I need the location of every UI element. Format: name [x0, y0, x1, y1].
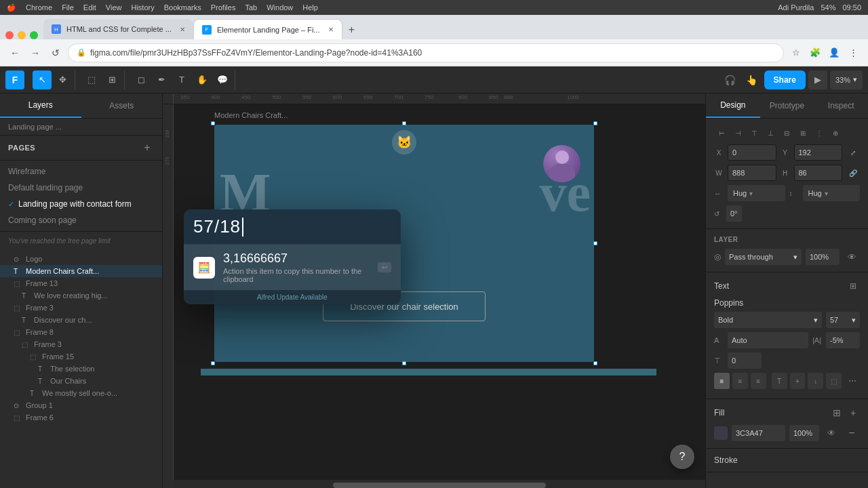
- alfred-action-btn[interactable]: ↩: [378, 262, 391, 272]
- handle-bottom-right[interactable]: [593, 361, 597, 365]
- constrain-icon[interactable]: 🔗: [846, 166, 860, 180]
- page-item-wireframe[interactable]: Wireframe: [0, 163, 162, 180]
- opacity-input[interactable]: 100%: [806, 249, 840, 265]
- layer-discover[interactable]: T Discover our ch...: [0, 314, 162, 326]
- resize-icon[interactable]: ⤢: [846, 146, 860, 159]
- constraint-v-select[interactable]: Hug ▾: [803, 185, 861, 201]
- align-right-icon[interactable]: ⊤: [747, 125, 762, 140]
- h-input[interactable]: 86: [794, 165, 843, 181]
- share-button[interactable]: Share: [764, 70, 806, 89]
- fill-add-btn[interactable]: +: [846, 406, 860, 420]
- scroll-thumb[interactable]: [333, 483, 546, 488]
- reload-button[interactable]: ↺: [47, 45, 64, 61]
- tab2-close[interactable]: ✕: [328, 26, 334, 33]
- menu-tab[interactable]: Tab: [245, 3, 257, 12]
- align-bottom-icon[interactable]: ⊞: [795, 125, 810, 140]
- tab-prototype[interactable]: Prototype: [760, 94, 814, 118]
- align-left-icon[interactable]: ⊢: [714, 125, 729, 140]
- fill-visibility-toggle[interactable]: 👁: [823, 425, 840, 441]
- menu-icon[interactable]: ⋮: [845, 45, 861, 61]
- align-center-h-icon[interactable]: ⊣: [730, 125, 745, 140]
- align-center-btn[interactable]: ≡: [732, 373, 748, 389]
- canvas-area[interactable]: Modern Chairs Craft... 🐱 M: [174, 104, 705, 480]
- layer-group1[interactable]: ⊙ Group 1: [0, 399, 162, 411]
- url-bar[interactable]: 🔒 figma.com/file/pmr3UHzHBp37SsFFoZ4VmY/…: [68, 43, 784, 62]
- menu-bookmarks[interactable]: Bookmarks: [164, 3, 201, 12]
- fill-grid-icon[interactable]: ⊞: [830, 406, 844, 420]
- align-top-icon[interactable]: ⊥: [763, 125, 778, 140]
- handle-top-left[interactable]: [211, 121, 215, 125]
- move-tool[interactable]: ✥: [53, 70, 72, 89]
- valign-top-btn[interactable]: T: [772, 373, 787, 389]
- maximize-button[interactable]: [30, 31, 38, 39]
- menu-window[interactable]: Window: [267, 3, 293, 12]
- more-text-options-btn[interactable]: ⋯: [844, 373, 860, 389]
- page-item-default[interactable]: Default landing page: [0, 180, 162, 196]
- layer-our-chairs[interactable]: T Our Chairs: [0, 375, 162, 387]
- horizontal-scrollbar[interactable]: [174, 480, 705, 488]
- indent-input[interactable]: 0: [728, 352, 762, 369]
- text-settings-button[interactable]: ⊞: [846, 279, 860, 293]
- menu-view[interactable]: View: [106, 3, 122, 12]
- align-right-btn[interactable]: ≡: [751, 373, 766, 389]
- layer-the-selection[interactable]: T The selection: [0, 363, 162, 375]
- hand-tool[interactable]: ✋: [193, 70, 212, 89]
- valign-mid-btn[interactable]: +: [790, 373, 806, 389]
- layer-frame15[interactable]: ⬚ Frame 15: [0, 350, 162, 363]
- line-height-input[interactable]: Auto: [728, 332, 808, 348]
- forward-button[interactable]: →: [27, 45, 43, 61]
- layer-we-mostly[interactable]: T We mostly sell one-o...: [0, 387, 162, 399]
- layer-modern-chairs[interactable]: T Modern Chairs Craft...: [0, 265, 162, 277]
- x-input[interactable]: 0: [728, 144, 776, 161]
- font-name-selector[interactable]: Poppins: [714, 298, 860, 308]
- visibility-toggle[interactable]: 👁: [844, 249, 860, 265]
- page-item-coming-soon[interactable]: Coming soon page: [0, 212, 162, 228]
- layer-frame13[interactable]: ⬚ Frame 13: [0, 277, 162, 289]
- frame-tool[interactable]: ⬚: [82, 70, 101, 89]
- align-left-btn[interactable]: ≡: [714, 373, 730, 389]
- tab-layers[interactable]: Layers: [0, 94, 81, 118]
- add-page-button[interactable]: +: [140, 141, 154, 155]
- hand-cursor-icon[interactable]: 👆: [743, 70, 762, 89]
- tab-design[interactable]: Design: [706, 94, 760, 118]
- pen-tool[interactable]: ✒: [152, 70, 171, 89]
- align-center-v-icon[interactable]: ⊟: [779, 125, 794, 140]
- tab-html-css[interactable]: H HTML and CSS for Complete ... ✕: [43, 19, 193, 39]
- back-button[interactable]: ←: [7, 45, 23, 61]
- fill-color-swatch[interactable]: [714, 426, 728, 440]
- handle-bottom-left[interactable]: [211, 361, 215, 365]
- bookmark-star-icon[interactable]: ☆: [788, 45, 804, 61]
- y-input[interactable]: 192: [794, 144, 843, 161]
- text-box-btn[interactable]: ⬚: [826, 373, 842, 389]
- menu-history[interactable]: History: [131, 3, 154, 12]
- shape-tool[interactable]: ◻: [132, 70, 151, 89]
- alfred-result[interactable]: 🧮 3,16666667 Action this item to copy th…: [184, 245, 401, 290]
- text-tool[interactable]: T: [172, 70, 191, 89]
- profile-icon[interactable]: 👤: [826, 45, 842, 61]
- menu-chrome[interactable]: Chrome: [26, 3, 52, 12]
- help-fab[interactable]: ?: [670, 445, 694, 469]
- fill-hex-input[interactable]: 3C3A47: [732, 425, 785, 441]
- handle-top-right[interactable]: [593, 121, 597, 125]
- valign-bot-btn[interactable]: ↓: [808, 373, 823, 389]
- w-input[interactable]: 888: [728, 165, 776, 181]
- layer-frame6[interactable]: ⬚ Frame 6: [0, 411, 162, 424]
- layer-we-love[interactable]: T We love creating hig...: [0, 289, 162, 302]
- comment-tool[interactable]: 💬: [213, 70, 232, 89]
- new-tab-button[interactable]: +: [342, 20, 361, 39]
- tab-assets[interactable]: Assets: [81, 94, 163, 118]
- constraint-h-select[interactable]: Hug ▾: [728, 185, 785, 201]
- fill-opacity-input[interactable]: 100%: [789, 425, 819, 441]
- rotate-input[interactable]: 0°: [726, 205, 742, 222]
- layer-frame3-a[interactable]: ⬚ Frame 3: [0, 302, 162, 314]
- tab-inspect[interactable]: Inspect: [814, 94, 868, 118]
- zoom-control[interactable]: 33% ▾: [830, 70, 863, 89]
- page-item-contact[interactable]: ✓ Landing page with contact form: [0, 196, 162, 212]
- layer-logo[interactable]: ⊙ Logo: [0, 253, 162, 265]
- menu-file[interactable]: File: [62, 3, 74, 12]
- blend-mode-select[interactable]: Pass through ▾: [725, 249, 802, 265]
- letter-spacing-input[interactable]: -5%: [826, 332, 860, 348]
- layer-frame8[interactable]: ⬚ Frame 8: [0, 326, 162, 338]
- close-button[interactable]: [5, 31, 14, 39]
- minimize-button[interactable]: [18, 31, 26, 39]
